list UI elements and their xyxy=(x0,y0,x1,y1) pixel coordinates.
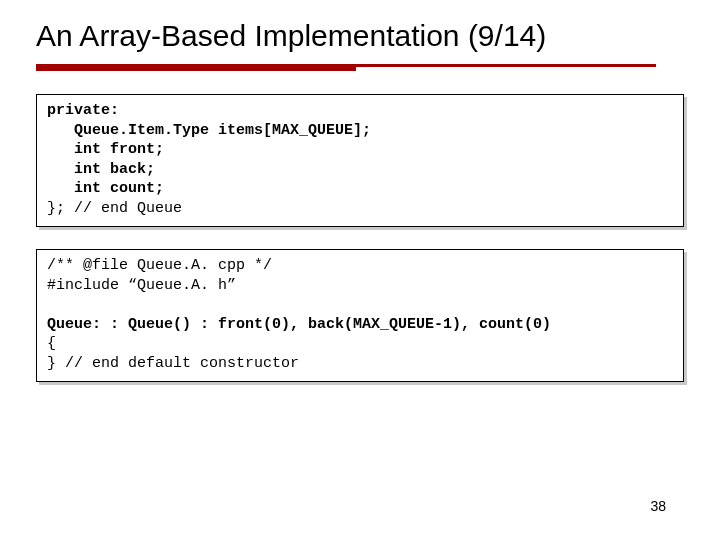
title-underline xyxy=(36,58,684,72)
code-line: Queue.Item.Type items[MAX_QUEUE]; xyxy=(47,122,371,139)
slide-title: An Array-Based Implementation (9/14) xyxy=(36,18,684,54)
code-line: } // end default constructor xyxy=(47,355,299,372)
code-line: /** @file Queue.A. cpp */ xyxy=(47,257,272,274)
code-line: }; // end Queue xyxy=(47,200,182,217)
code-line: { xyxy=(47,335,56,352)
code-line: #include “Queue.A. h” xyxy=(47,277,236,294)
code-line: int count; xyxy=(47,180,164,197)
code-line: private: xyxy=(47,102,119,119)
code-line: int back; xyxy=(47,161,155,178)
code-box-include: /** @file Queue.A. cpp */ #include “Queu… xyxy=(36,249,684,382)
code-box-private: private: Queue.Item.Type items[MAX_QUEUE… xyxy=(36,94,684,227)
code-line: Queue: : Queue() : front(0), back(MAX_QU… xyxy=(47,316,551,333)
code-line: int front; xyxy=(47,141,164,158)
page-number: 38 xyxy=(650,498,666,514)
